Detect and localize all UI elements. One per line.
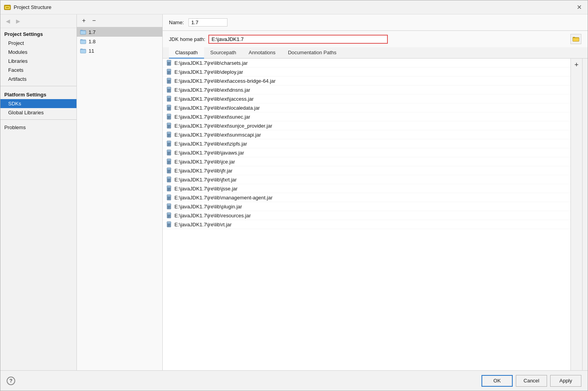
svg-rect-29: [167, 105, 171, 107]
classpath-item[interactable]: E:\javaJDK1.7\jre\lib\javaws.jar: [163, 148, 570, 157]
sidebar-item-global-libraries[interactable]: Global Libraries: [0, 108, 76, 117]
jar-icon: [166, 221, 172, 227]
tab-documentation-paths[interactable]: Documentation Paths: [282, 47, 343, 59]
sidebar-item-label: Project: [8, 40, 24, 46]
jar-icon: [166, 140, 172, 147]
tab-sourcepath[interactable]: Sourcepath: [204, 47, 243, 59]
classpath-item-path: E:\javaJDK1.7\jre\lib\ext\access-bridge-…: [174, 78, 275, 84]
svg-rect-49: [167, 141, 171, 143]
sdk-list-item-1.7[interactable]: 1.7: [77, 27, 162, 37]
svg-rect-9: [167, 69, 171, 71]
project-structure-window: Project Structure ✕ ◀ ▶ Project Settings…: [0, 0, 588, 391]
sdk-list-item-1.8[interactable]: 1.8: [77, 37, 162, 46]
classpath-item[interactable]: E:\javaJDK1.7\jre\lib\management-agent.j…: [163, 193, 570, 202]
forward-arrow[interactable]: ▶: [14, 17, 22, 25]
detail-panel: Name: JDK home path:: [163, 14, 588, 370]
classpath-item[interactable]: E:\javaJDK1.7\jre\lib\ext\sunmscapi.jar: [163, 130, 570, 139]
classpath-item-path: E:\javaJDK1.7\jre\lib\ext\jaccess.jar: [174, 96, 254, 102]
sidebar-item-facets[interactable]: Facets: [0, 66, 76, 75]
sidebar-item-artifacts[interactable]: Artifacts: [0, 75, 76, 84]
classpath-item[interactable]: E:\javaJDK1.7\jre\lib\plugin.jar: [163, 202, 570, 211]
classpath-item-path: E:\javaJDK1.7\jre\lib\plugin.jar: [174, 204, 242, 210]
problems-label: Problems: [4, 124, 26, 130]
sdk-item-label: 1.7: [89, 29, 96, 35]
jdk-home-input[interactable]: [211, 36, 385, 42]
sidebar-nav: ◀ ▶: [0, 14, 76, 28]
sidebar-item-label: Libraries: [8, 58, 28, 64]
browse-button[interactable]: [570, 34, 581, 44]
jar-icon: [166, 176, 172, 183]
tab-label: Documentation Paths: [288, 50, 336, 55]
classpath-item-path: E:\javaJDK1.7\jre\lib\deploy.jar: [174, 69, 243, 75]
name-input[interactable]: [188, 18, 227, 27]
sidebar: ◀ ▶ Project Settings Project Modules Lib…: [0, 14, 77, 370]
classpath-item[interactable]: E:\javaJDK1.7\jre\lib\jce.jar: [163, 157, 570, 166]
jdk-home-row: JDK home path:: [163, 31, 588, 47]
svg-rect-59: [167, 159, 171, 161]
main-content: ◀ ▶ Project Settings Project Modules Lib…: [0, 14, 588, 370]
sidebar-item-sdks[interactable]: SDKs: [0, 99, 76, 108]
svg-rect-34: [167, 114, 171, 116]
sidebar-item-libraries[interactable]: Libraries: [0, 57, 76, 66]
classpath-item[interactable]: E:\javaJDK1.7\jre\lib\jfxrt.jar: [163, 175, 570, 184]
jar-icon: [166, 194, 172, 201]
classpath-item[interactable]: E:\javaJDK1.7\jre\lib\ext\localedata.jar: [163, 103, 570, 112]
tab-label: Annotations: [249, 50, 275, 55]
cancel-label: Cancel: [524, 378, 539, 384]
classpath-item[interactable]: E:\javaJDK1.7\jre\lib\ext\sunjce_provide…: [163, 121, 570, 130]
classpath-item[interactable]: E:\javaJDK1.7\jre\lib\deploy.jar: [163, 68, 570, 76]
classpath-item[interactable]: E:\javaJDK1.7\jre\lib\jsse.jar: [163, 184, 570, 193]
sidebar-item-problems[interactable]: Problems: [0, 122, 76, 133]
close-button[interactable]: ✕: [574, 2, 584, 13]
apply-button[interactable]: Apply: [550, 375, 581, 387]
classpath-item[interactable]: E:\javaJDK1.7\jre\lib\resources.jar: [163, 211, 570, 220]
classpath-item[interactable]: E:\javaJDK1.7\jre\lib\ext\dnsns.jar: [163, 85, 570, 94]
jar-icon: [166, 185, 172, 192]
side-add-panel: +: [570, 59, 582, 370]
jar-icon: [166, 78, 172, 84]
classpath-item-path: E:\javaJDK1.7\jre\lib\ext\sunjce_provide…: [174, 123, 272, 129]
sidebar-item-label: Artifacts: [8, 76, 27, 82]
classpath-item[interactable]: E:\javaJDK1.7\jre\lib\ext\jaccess.jar: [163, 94, 570, 103]
svg-rect-74: [167, 186, 171, 188]
platform-settings-header: Platform Settings: [0, 89, 76, 99]
ok-button[interactable]: OK: [481, 375, 513, 387]
svg-rect-44: [167, 132, 171, 134]
classpath-item-path: E:\javaJDK1.7\jre\lib\javaws.jar: [174, 150, 244, 156]
sdk-list-item-11[interactable]: 11: [77, 46, 162, 55]
sidebar-item-project[interactable]: Project: [0, 39, 76, 48]
classpath-item-path: E:\javaJDK1.7\jre\lib\ext\localedata.jar: [174, 105, 260, 111]
svg-rect-54: [167, 150, 171, 152]
sdk-item-label: 1.8: [89, 39, 96, 44]
jar-icon: [166, 60, 172, 66]
cancel-button[interactable]: Cancel: [516, 375, 547, 387]
classpath-item-path: E:\javaJDK1.7\jre\lib\management-agent.j…: [174, 195, 272, 201]
jar-icon: [166, 132, 172, 138]
classpath-item[interactable]: E:\javaJDK1.7\jre\lib\ext\zipfs.jar: [163, 139, 570, 148]
jar-icon: [166, 96, 172, 102]
title-bar: Project Structure ✕: [0, 0, 588, 14]
tab-annotations[interactable]: Annotations: [242, 47, 282, 59]
folder-icon: [80, 38, 86, 44]
jar-icon: [166, 114, 172, 120]
sidebar-item-modules[interactable]: Modules: [0, 48, 76, 57]
classpath-item[interactable]: E:\javaJDK1.7\jre\lib\ext\access-bridge-…: [163, 76, 570, 85]
help-button[interactable]: ?: [7, 377, 15, 385]
tab-classpath[interactable]: Classpath: [169, 47, 204, 59]
help-label: ?: [9, 378, 12, 384]
classpath-item[interactable]: E:\javaJDK1.7\jre\lib\charsets.jar: [163, 59, 570, 68]
remove-sdk-button[interactable]: −: [89, 16, 99, 25]
classpath-item-path: E:\javaJDK1.7\jre\lib\jfxrt.jar: [174, 177, 237, 183]
classpath-item[interactable]: E:\javaJDK1.7\jre\lib\rt.jar: [163, 220, 570, 229]
scrollbar-track: [582, 59, 588, 370]
back-arrow[interactable]: ◀: [4, 17, 12, 25]
svg-rect-4: [167, 60, 171, 62]
classpath-item[interactable]: E:\javaJDK1.7\jre\lib\jfr.jar: [163, 166, 570, 175]
add-classpath-button[interactable]: +: [572, 60, 581, 69]
sdk-toolbar: + −: [77, 14, 162, 27]
detail-header: Name:: [163, 14, 588, 31]
classpath-item[interactable]: E:\javaJDK1.7\jre\lib\ext\sunec.jar: [163, 112, 570, 121]
sidebar-item-label: Global Libraries: [8, 110, 44, 116]
svg-rect-84: [167, 204, 171, 206]
add-sdk-button[interactable]: +: [79, 16, 89, 25]
